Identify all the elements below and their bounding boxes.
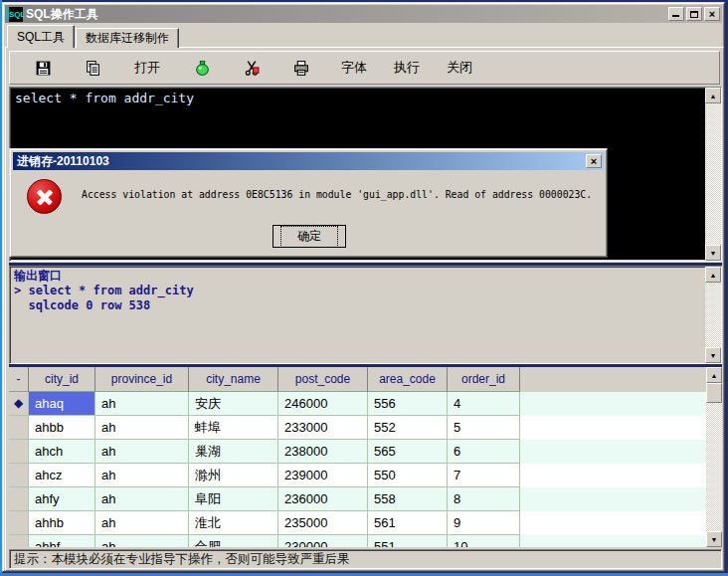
execute-button[interactable]: 执行 — [382, 55, 432, 81]
cell-city_id[interactable]: ahfy — [29, 487, 95, 511]
cell-post_code[interactable]: 235000 — [278, 511, 368, 535]
cell-city_name[interactable]: 巢湖 — [189, 440, 278, 464]
cell-post_code[interactable]: 230000 — [278, 535, 368, 547]
print-button[interactable] — [276, 55, 326, 81]
scroll-track[interactable] — [705, 103, 721, 245]
cell-city_id[interactable]: ahbb — [29, 416, 95, 440]
cell-area_code[interactable]: 561 — [368, 511, 448, 535]
close-button[interactable]: × — [704, 7, 720, 21]
cell-order_id[interactable]: 8 — [448, 487, 520, 511]
cell-order_id[interactable]: 6 — [448, 440, 520, 464]
table-row: ahhfah合肥23000055110 — [9, 535, 706, 547]
cell-order_id[interactable]: 7 — [448, 464, 520, 487]
row-indicator: ◆ — [9, 392, 29, 416]
save-button[interactable] — [18, 55, 68, 81]
cell-province_id[interactable]: ah — [95, 535, 189, 547]
output-window: 输出窗口> select * from addr_city sqlcode 0 … — [9, 266, 722, 364]
dialog-close-button[interactable]: × — [586, 154, 602, 168]
cell-post_code[interactable]: 236000 — [278, 487, 368, 511]
cell-area_code[interactable]: 558 — [368, 487, 448, 511]
scroll-track[interactable] — [706, 403, 722, 531]
scroll-up-icon[interactable]: ▲ — [705, 267, 721, 283]
cut-icon — [243, 60, 261, 77]
scroll-thumb[interactable] — [706, 383, 722, 403]
column-header-indicator[interactable]: - — [9, 367, 29, 392]
close-tool-button[interactable]: 关闭 — [432, 55, 487, 81]
column-header-area_code[interactable]: area_code — [368, 367, 448, 392]
column-header-city_id[interactable]: city_id — [29, 367, 95, 392]
column-header-city_name[interactable]: city_name — [189, 367, 278, 392]
maximize-button[interactable] — [686, 7, 702, 21]
output-line: > select * from addr_city — [14, 284, 194, 297]
tab-strip: SQL工具 数据库迁移制作 — [7, 25, 180, 48]
window-title: SQL操作工具 — [26, 6, 668, 23]
cell-city_name[interactable]: 蚌埠 — [189, 416, 278, 440]
cell-area_code[interactable]: 550 — [368, 464, 448, 487]
tab-sql-tool[interactable]: SQL工具 — [7, 25, 75, 48]
cell-city_name[interactable]: 阜阳 — [189, 487, 278, 511]
cell-order_id[interactable]: 4 — [448, 392, 520, 416]
grid-scrollbar[interactable]: ▲ ▼ — [706, 367, 722, 547]
cell-province_id[interactable]: ah — [95, 416, 189, 440]
cell-city_id[interactable]: ahch — [29, 440, 95, 464]
table-row: ahhbah淮北2350005619 — [9, 511, 706, 535]
save-icon — [35, 60, 52, 77]
cut-button[interactable] — [227, 55, 276, 81]
cell-province_id[interactable]: ah — [95, 487, 189, 511]
cell-city_id[interactable]: ahaq — [29, 392, 95, 416]
column-header-province_id[interactable]: province_id — [95, 367, 189, 392]
cell-order_id[interactable]: 5 — [448, 416, 520, 440]
cell-area_code[interactable]: 565 — [368, 440, 448, 464]
output-text: 输出窗口> select * from addr_city sqlcode 0 … — [10, 267, 705, 363]
row-indicator — [9, 487, 29, 511]
column-header-order_id[interactable]: order_id — [448, 367, 520, 392]
ok-button[interactable]: 确定 — [273, 225, 346, 248]
cell-city_name[interactable]: 合肥 — [189, 535, 278, 547]
cell-city_name[interactable]: 安庆 — [189, 392, 278, 416]
scroll-down-icon[interactable]: ▼ — [705, 245, 721, 261]
cell-order_id[interactable]: 10 — [448, 535, 520, 547]
table-row: ahfyah阜阳2360005588 — [9, 487, 706, 511]
dialog-title-bar[interactable]: 进销存-20110103 × — [13, 152, 604, 170]
editor-scrollbar[interactable]: ▲ ▼ — [705, 88, 721, 261]
table-row: ahbbah蚌埠2330005525 — [9, 416, 706, 440]
copy-button[interactable] — [68, 55, 117, 81]
run-flask-button[interactable] — [177, 55, 227, 81]
cell-city_id[interactable]: ahhf — [29, 535, 95, 547]
cell-province_id[interactable]: ah — [95, 440, 189, 464]
title-bar[interactable]: SQL SQL操作工具 × — [5, 5, 722, 23]
flask-icon — [194, 60, 211, 77]
cell-post_code[interactable]: 233000 — [278, 416, 368, 440]
cell-area_code[interactable]: 551 — [368, 535, 448, 547]
toolbar: 打开 — [9, 51, 720, 85]
tab-db-migration[interactable]: 数据库迁移制作 — [76, 28, 179, 48]
dialog-title: 进销存-20110103 — [17, 153, 586, 170]
minimize-button[interactable] — [668, 7, 684, 21]
grid-header: -city_idprovince_idcity_namepost_codeare… — [9, 367, 706, 392]
cell-post_code[interactable]: 246000 — [278, 392, 368, 416]
copy-icon — [85, 60, 101, 77]
cell-province_id[interactable]: ah — [95, 392, 189, 416]
cell-post_code[interactable]: 239000 — [278, 464, 368, 487]
result-grid: -city_idprovince_idcity_namepost_codeare… — [9, 364, 722, 547]
app-icon: SQL — [7, 7, 23, 22]
scroll-up-icon[interactable]: ▲ — [706, 367, 722, 383]
cell-city_id[interactable]: ahhb — [29, 511, 95, 535]
open-button[interactable]: 打开 — [117, 55, 177, 81]
cell-area_code[interactable]: 556 — [368, 392, 448, 416]
cell-city_id[interactable]: ahcz — [29, 464, 95, 487]
scroll-up-icon[interactable]: ▲ — [705, 88, 721, 103]
output-scrollbar[interactable]: ▲ ▼ — [705, 267, 721, 363]
cell-post_code[interactable]: 238000 — [278, 440, 368, 464]
scroll-down-icon[interactable]: ▼ — [705, 347, 721, 363]
font-button[interactable]: 字体 — [326, 55, 382, 81]
cell-province_id[interactable]: ah — [95, 464, 189, 487]
scroll-track[interactable] — [705, 283, 721, 347]
cell-area_code[interactable]: 552 — [368, 416, 448, 440]
column-header-post_code[interactable]: post_code — [278, 367, 368, 392]
cell-city_name[interactable]: 淮北 — [189, 511, 278, 535]
cell-province_id[interactable]: ah — [95, 511, 189, 535]
cell-order_id[interactable]: 9 — [448, 511, 520, 535]
scroll-down-icon[interactable]: ▼ — [706, 531, 722, 547]
cell-city_name[interactable]: 滁州 — [189, 464, 278, 487]
